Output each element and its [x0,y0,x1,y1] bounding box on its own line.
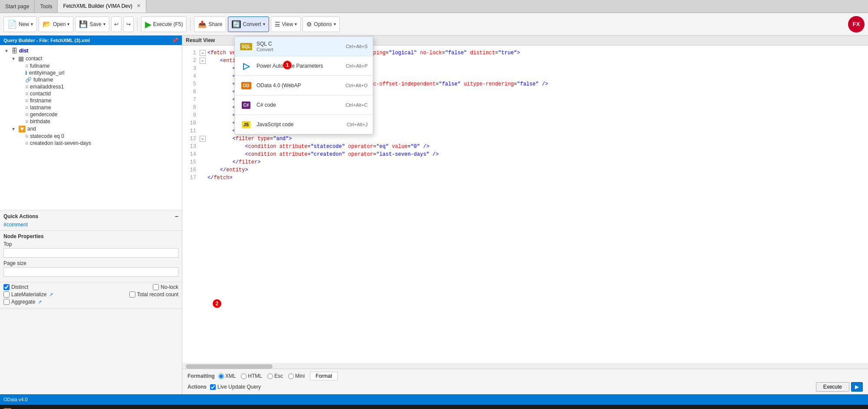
tree-item-contactid[interactable]: ≡ contactid [2,90,180,97]
formatting-row: Formatting XML HTML Esc [187,372,863,380]
tree-node-label: createdon last-seven-days [30,140,91,146]
tab-fetchxml[interactable]: FetchXML Builder (VIMA Dev) ✕ [58,0,146,13]
live-update-input[interactable] [210,384,216,390]
tree-item-firstname[interactable]: ≡ firstname [2,97,180,104]
quick-actions-section: Quick Actions − #comment [0,210,182,230]
esc-radio-input[interactable] [267,373,273,379]
tree-item-entityimage[interactable]: ℹ entityimage_url [2,69,180,76]
execute-button[interactable]: ▶ Execute (F5) [141,16,187,32]
redo-button[interactable]: ↪ [123,16,134,32]
undo-button[interactable]: ↩ [111,16,122,32]
share-button[interactable]: 📤 Share [194,16,226,32]
expand-icon[interactable]: ▼ [4,49,10,53]
view-button[interactable]: ☰ View ▾ [271,16,301,32]
sql-icon: SQL [240,40,252,52]
tree-item-lastname[interactable]: ≡ lastname [2,104,180,111]
line-number: 3 [186,65,200,72]
dropdown-item-odata[interactable]: OD OData 4.0 (WebAP Ctrl+Alt+O [235,76,373,95]
collapse-button[interactable]: − [200,136,206,142]
tree-item-statecode[interactable]: ≡ statecode eq 0 [2,133,180,140]
collapse-button[interactable]: − [200,50,206,56]
csharp-label: C# code [256,102,341,108]
format-esc-radio[interactable]: Esc [267,373,283,379]
odata-shortcut: Ctrl+Alt+O [345,83,368,88]
tab-tools[interactable]: Tools [35,0,58,13]
xml-radio-input[interactable] [218,373,224,379]
minus-icon[interactable]: − [175,213,178,220]
tree-item-contact[interactable]: ▼ ▦ contact [2,55,180,62]
horizontal-scrollbar[interactable] [182,363,868,369]
code-line-12: 12 − <filter type="and"> [186,135,865,143]
close-icon[interactable]: ✕ [137,3,141,9]
code-line-13: 13 <condition attribute="statecode" oper… [186,143,865,151]
tree-item-gendercode[interactable]: ≡ gendercode [2,111,180,118]
quick-actions-title: Quick Actions [3,213,38,219]
no-lock-checkbox[interactable] [153,284,159,290]
tab-label: Start page [5,3,29,10]
distinct-checkbox[interactable] [3,284,10,290]
pin-icon[interactable]: 📌 [172,37,178,43]
execute-text-button[interactable]: Execute [816,382,849,392]
external-link-icon[interactable]: ↗ [38,299,42,305]
tree-item-email[interactable]: ≡ emailaddress1 [2,83,180,90]
expand-icon[interactable]: ▼ [11,56,16,61]
expand-icon[interactable]: ▼ [11,127,16,131]
line-number: 8 [186,104,200,111]
save-button[interactable]: 💾 Save ▾ [75,16,109,32]
open-button[interactable]: 📂 Open ▾ [39,16,73,32]
tree-item-and[interactable]: ▼ 🔽 and [2,125,180,133]
scrollbar-thumb[interactable] [186,364,273,369]
sql-convert-label: SQL C [256,41,342,47]
field-icon: ≡ [25,118,28,124]
tree-item-birthdate[interactable]: ≡ birthdate [2,118,180,125]
total-record-count-checkbox[interactable] [129,291,135,298]
tree-node-label: contactid [30,91,51,97]
format-html-radio[interactable]: HTML [241,373,262,379]
dropdown-item-javascript[interactable]: JS JavaScript code Ctrl+Alt+J [235,115,373,134]
new-button[interactable]: 📄 New ▾ [3,16,37,32]
top-input[interactable] [3,248,178,258]
collapse-button[interactable]: − [200,58,206,64]
tab-start-page[interactable]: Start page [0,0,35,13]
redo-icon: ↪ [126,21,131,27]
external-link-icon[interactable]: ↗ [49,292,53,298]
field-icon: ≡ [25,133,28,139]
left-panel: Query Builder - File: FetchXML (3).xml 📌… [0,36,182,394]
tree-item-fullname2[interactable]: 🔗 fullname [2,76,180,83]
comment-link[interactable]: #comment [3,222,28,228]
top-property: Top [3,241,178,258]
line-number: 10 [186,119,200,127]
live-update-checkbox[interactable]: Live Update Query [210,384,261,390]
aggregate-checkbox[interactable] [3,299,10,305]
tree-node-label: birthdate [30,118,50,124]
dropdown-item-sql[interactable]: SQL SQL C Convert Ctrl+Alt+S [235,37,373,56]
tree-item-fullname[interactable]: ≡ fullname [2,62,180,69]
line-content: </entity> [207,166,865,174]
dropdown-item-power-automate[interactable]: ▷ Power Automate Parameters Ctrl+Alt+P [235,56,373,75]
options-button[interactable]: ⚙ Options ▾ [302,16,339,32]
convert-button[interactable]: 🔄 Convert ▾ [228,16,269,32]
field-icon: ≡ [25,111,28,118]
scroll-indicator [0,308,182,310]
tree-item-dist[interactable]: ▼ 🗄 dist [2,47,180,55]
html-radio-input[interactable] [241,373,247,379]
format-button[interactable]: Format [310,372,338,380]
line-number: 1 [186,49,200,57]
no-lock-label: No-lock [161,284,178,290]
tree-node-label: fullname [30,63,49,69]
format-xml-radio[interactable]: XML [218,373,236,379]
late-materialize-checkbox[interactable] [3,291,10,298]
line-content: </filter> [207,158,865,166]
page-size-input[interactable] [3,267,178,277]
line-content: <condition attribute="statecode" operato… [207,143,865,151]
dropdown-item-csharp[interactable]: C# C# code Ctrl+Alt+C [235,95,373,115]
info-icon: ℹ [25,70,27,76]
format-mini-radio[interactable]: Mini [288,373,305,379]
status-bar: OData v4.0 [0,394,868,405]
badge-1: 1 [283,61,292,69]
mini-radio-input[interactable] [288,373,294,379]
new-icon: 📄 [7,20,17,29]
tree-item-createdon[interactable]: ≡ createdon last-seven-days [2,140,180,147]
execute-run-button[interactable]: ▶ [851,382,863,392]
line-number: 15 [186,158,200,166]
